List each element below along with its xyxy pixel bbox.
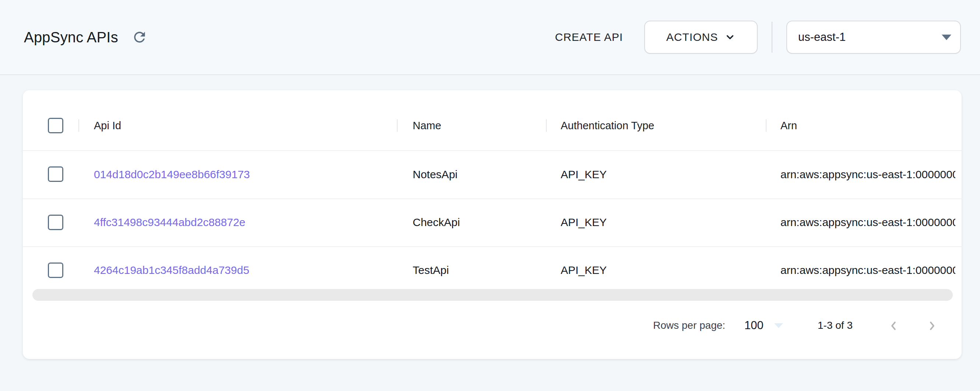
auth-type-cell: API_KEY [561, 150, 607, 199]
refresh-button[interactable] [131, 29, 148, 46]
api-id-link[interactable]: 4ffc31498c93444abd2c88872e [94, 199, 245, 246]
column-header-api-id[interactable]: Api Id [94, 118, 121, 133]
arn-cell: arn:aws:appsync:us-east-1:000000000 [781, 246, 955, 294]
chevron-down-icon [724, 32, 735, 43]
name-cell: NotesApi [413, 150, 458, 199]
column-header-name[interactable]: Name [413, 118, 441, 133]
refresh-icon [131, 29, 148, 45]
row-checkbox[interactable] [48, 262, 63, 278]
rows-per-page-select[interactable]: 100 [745, 317, 764, 334]
actions-button-label: ACTIONS [667, 31, 718, 43]
region-select-value: us-east-1 [798, 30, 846, 44]
rows-per-page-label: Rows per page: [653, 317, 725, 334]
horizontal-scrollbar[interactable] [32, 289, 953, 301]
column-separator [397, 119, 398, 132]
column-separator [546, 119, 547, 132]
auth-type-cell: API_KEY [561, 246, 607, 294]
region-select[interactable]: us-east-1 [786, 21, 961, 54]
chevron-right-icon [925, 319, 939, 333]
actions-button[interactable]: ACTIONS [644, 21, 758, 54]
api-id-link[interactable]: 4264c19ab1c345f8add4a739d5 [94, 246, 249, 294]
row-checkbox[interactable] [48, 167, 63, 182]
arn-cell: arn:aws:appsync:us-east-1:000000000 [781, 150, 955, 199]
caret-down-icon [942, 35, 951, 40]
row-checkbox[interactable] [48, 215, 63, 230]
column-separator [78, 119, 79, 132]
topbar-divider [772, 22, 772, 52]
caret-down-icon[interactable] [774, 323, 783, 328]
chevron-left-icon [886, 319, 900, 333]
column-header-arn[interactable]: Arn [781, 118, 797, 133]
pagination-range: 1-3 of 3 [818, 317, 853, 334]
column-separator [766, 119, 767, 132]
auth-type-cell: API_KEY [561, 199, 607, 246]
column-header-authentication-type[interactable]: Authentication Type [561, 118, 654, 133]
previous-page-button[interactable] [885, 318, 902, 334]
arn-cell: arn:aws:appsync:us-east-1:000000000 [781, 199, 955, 246]
name-cell: TestApi [413, 246, 449, 294]
name-cell: CheckApi [413, 199, 460, 246]
topbar: AppSync APIs CREATE API ACTIONS us-east-… [0, 0, 980, 75]
api-table-card: Api Id Name Authentication Type Arn 014d… [23, 90, 962, 359]
select-all-checkbox[interactable] [48, 118, 63, 133]
next-page-button[interactable] [924, 318, 940, 334]
page-title: AppSync APIs [24, 29, 118, 46]
api-id-link[interactable]: 014d18d0c2b149ee8b66f39173 [94, 150, 250, 199]
create-api-button[interactable]: CREATE API [552, 31, 626, 43]
